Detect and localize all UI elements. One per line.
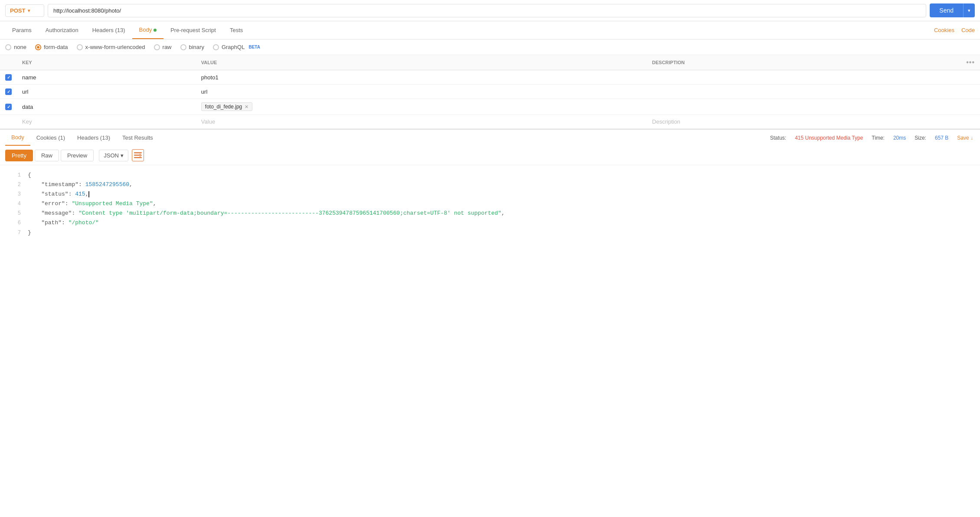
resp-tab-test-results[interactable]: Test Results — [116, 130, 159, 145]
send-dropdown-button[interactable]: ▾ — [963, 3, 975, 17]
format-dropdown-icon: ▾ — [121, 152, 124, 159]
radio-form-data[interactable]: form-data — [35, 44, 68, 50]
row1-checkbox[interactable] — [5, 74, 12, 81]
empty-key[interactable]: Key — [17, 115, 196, 129]
empty-desc: Description — [647, 115, 961, 129]
code-line: 2 "timestamp": 1585247295560, — [0, 180, 980, 190]
row3-checkbox[interactable] — [5, 104, 12, 110]
resp-tab-body[interactable]: Body — [5, 130, 30, 146]
response-status-bar: Status: 415 Unsupported Media Type Time:… — [763, 131, 980, 144]
format-selector[interactable]: JSON ▾ — [99, 150, 128, 161]
radio-raw-circle — [154, 44, 160, 50]
svg-rect-2 — [134, 157, 142, 158]
request-tab-bar: Params Authorization Headers (13) Body P… — [0, 21, 980, 39]
col-description: DESCRIPTION — [647, 55, 961, 70]
table-row: url url — [0, 85, 980, 99]
tab-authorization[interactable]: Authorization — [39, 22, 85, 39]
row3-desc — [647, 99, 961, 115]
format-label: JSON — [104, 152, 119, 159]
view-pretty-button[interactable]: Pretty — [5, 150, 33, 161]
response-toolbar: Pretty Raw Preview JSON ▾ — [0, 146, 980, 165]
tab-bar-right: Cookies Code — [934, 27, 975, 33]
radio-none[interactable]: none — [5, 44, 26, 50]
row3-value-cell: foto_di_fede.jpg ✕ — [196, 99, 647, 115]
tab-tests[interactable]: Tests — [223, 22, 250, 39]
view-raw-button[interactable]: Raw — [35, 150, 59, 161]
method-dropdown-icon: ▾ — [28, 8, 30, 13]
file-remove-icon[interactable]: ✕ — [245, 104, 248, 110]
cookies-link[interactable]: Cookies — [934, 27, 954, 33]
row2-desc — [647, 85, 961, 99]
svg-rect-0 — [134, 152, 142, 154]
body-active-dot — [154, 29, 157, 32]
col-checkbox — [0, 55, 17, 70]
svg-rect-1 — [134, 155, 140, 156]
wrap-icon[interactable] — [132, 149, 144, 161]
row3-key[interactable]: data — [17, 99, 196, 115]
graphql-badge: BETA — [248, 45, 260, 49]
radio-binary-circle — [180, 44, 186, 50]
tab-prerequest[interactable]: Pre-request Script — [163, 22, 223, 39]
row1-value[interactable]: photo1 — [196, 70, 647, 85]
size-label: Size: — [915, 135, 926, 141]
col-value: VALUE — [196, 55, 647, 70]
tab-params[interactable]: Params — [5, 22, 39, 39]
more-icon[interactable]: ••• — [966, 59, 975, 66]
response-code-viewer: 1 { 2 "timestamp": 1585247295560, 3 "sta… — [0, 165, 980, 252]
code-line: 1 { — [0, 170, 980, 180]
send-btn-group: Send ▾ — [930, 3, 975, 17]
body-type-bar: none form-data x-www-form-urlencoded raw… — [0, 39, 980, 55]
table-row: data foto_di_fede.jpg ✕ — [0, 99, 980, 115]
row2-checkbox[interactable] — [5, 88, 12, 95]
radio-urlencoded-circle — [77, 44, 83, 50]
radio-form-data-circle — [35, 44, 41, 50]
radio-none-circle — [5, 44, 11, 50]
radio-graphql[interactable]: GraphQL BETA — [213, 44, 260, 50]
status-label: Status: — [770, 135, 786, 141]
table-row-empty: Key Value Description — [0, 115, 980, 129]
radio-graphql-circle — [213, 44, 219, 50]
status-code: 415 Unsupported Media Type — [795, 135, 863, 141]
resp-tab-cookies[interactable]: Cookies (1) — [30, 130, 71, 145]
code-link[interactable]: Code — [961, 27, 975, 33]
code-line: 4 "error": "Unsupported Media Type", — [0, 199, 980, 209]
row2-value[interactable]: url — [196, 85, 647, 99]
view-preview-button[interactable]: Preview — [61, 150, 94, 161]
save-response-button[interactable]: Save ↓ — [957, 135, 973, 141]
method-selector[interactable]: POST ▾ — [5, 4, 44, 17]
row2-key[interactable]: url — [17, 85, 196, 99]
file-name: foto_di_fede.jpg — [205, 104, 242, 110]
code-line: 5 "message": "Content type 'multipart/fo… — [0, 209, 980, 218]
resp-tab-headers[interactable]: Headers (13) — [71, 130, 116, 145]
time-label: Time: — [872, 135, 885, 141]
row1-key[interactable]: name — [17, 70, 196, 85]
send-button[interactable]: Send — [930, 3, 963, 17]
row1-desc — [647, 70, 961, 85]
file-tag: foto_di_fede.jpg ✕ — [201, 102, 252, 111]
radio-urlencoded[interactable]: x-www-form-urlencoded — [77, 44, 145, 50]
url-input[interactable] — [48, 4, 926, 17]
response-size: 657 B — [935, 135, 948, 141]
code-line: 7 } — [0, 228, 980, 238]
code-line: 6 "path": "/photo/" — [0, 218, 980, 228]
tab-body[interactable]: Body — [132, 21, 164, 39]
empty-value[interactable]: Value — [196, 115, 647, 129]
method-label: POST — [10, 7, 25, 14]
tab-headers[interactable]: Headers (13) — [85, 22, 132, 39]
response-time: 20ms — [893, 135, 906, 141]
col-key: KEY — [17, 55, 196, 70]
radio-binary[interactable]: binary — [180, 44, 204, 50]
col-more: ••• — [961, 55, 980, 70]
table-row: name photo1 — [0, 70, 980, 85]
radio-raw[interactable]: raw — [154, 44, 172, 50]
response-tab-bar: Body Cookies (1) Headers (13) Test Resul… — [0, 130, 763, 146]
form-data-table: KEY VALUE DESCRIPTION ••• name photo1 ur… — [0, 55, 980, 129]
cursor — [88, 191, 89, 197]
top-bar: POST ▾ Send ▾ — [0, 0, 980, 21]
code-line: 3 "status": 415, — [0, 190, 980, 199]
